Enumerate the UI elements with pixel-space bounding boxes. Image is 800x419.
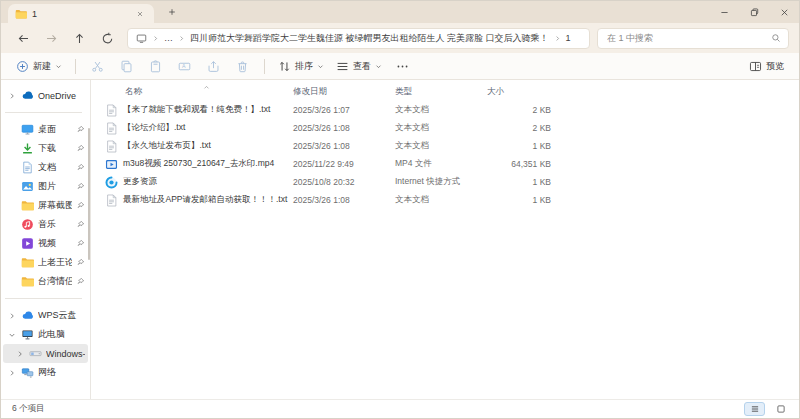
url-icon xyxy=(105,176,118,189)
file-type: Internet 快捷方式 xyxy=(395,176,487,188)
sidebar-item-label: 此电脑 xyxy=(38,328,85,341)
column-header-name[interactable]: 名称 xyxy=(105,86,293,98)
pin-icon xyxy=(76,125,85,134)
sidebar-item-desktop[interactable]: 桌面 xyxy=(3,120,88,139)
new-icon xyxy=(16,60,29,73)
file-row[interactable]: 【永久地址发布页】.txt2025/3/26 1:08文本文档1 KB xyxy=(91,137,799,155)
file-name[interactable]: m3u8视频 250730_210647_去水印.mp4 xyxy=(123,158,274,170)
file-row[interactable]: 【论坛介绍】.txt2025/3/26 1:08文本文档2 KB xyxy=(91,119,799,137)
file-name-cell[interactable]: 【论坛介绍】.txt xyxy=(105,122,293,135)
sidebar-item-videos[interactable]: 视频 xyxy=(3,234,88,253)
file-row[interactable]: 更多资源2025/10/8 20:32Internet 快捷方式1 KB xyxy=(91,173,799,191)
preview-button[interactable]: 预览 xyxy=(743,55,790,77)
file-type: 文本文档 xyxy=(395,194,487,206)
details-view-toggle[interactable] xyxy=(744,402,765,416)
file-name[interactable]: 【永久地址发布页】.txt xyxy=(123,140,211,152)
breadcrumb-current[interactable]: 1 xyxy=(566,33,571,43)
view-label: 查看 xyxy=(353,60,371,73)
file-name[interactable]: 【论坛介绍】.txt xyxy=(123,122,185,134)
sidebar-item-wps-cloud[interactable]: WPS云盘 xyxy=(3,306,88,325)
copy-icon xyxy=(120,60,133,73)
sidebar-item-documents[interactable]: 文档 xyxy=(3,158,88,177)
chevron-right-icon[interactable] xyxy=(7,92,17,100)
sort-label: 排序 xyxy=(295,60,313,73)
breadcrumb-folder[interactable]: 四川师范大学舞蹈学院大二学生魏佳源 被绿帽男友出租给陌生人 完美露脸 口交后入骑… xyxy=(190,32,549,45)
file-name-cell[interactable]: 【来了就能下载和观看！纯免费！】.txt xyxy=(105,104,293,117)
breadcrumb-ellipsis[interactable]: … xyxy=(164,33,173,43)
search-icon xyxy=(771,33,781,43)
folder-icon xyxy=(21,256,34,269)
copy-button[interactable] xyxy=(112,55,141,77)
sidebar-item-onedrive[interactable]: OneDrive xyxy=(3,86,88,105)
file-name-cell[interactable]: 更多资源 xyxy=(105,176,293,189)
file-name[interactable]: 更多资源 xyxy=(123,176,157,188)
pin-icon xyxy=(76,182,85,191)
search-input[interactable] xyxy=(605,32,766,44)
close-button[interactable] xyxy=(769,1,799,23)
sidebar-scrollbar[interactable] xyxy=(88,128,90,260)
sidebar-item-this-pc[interactable]: 此电脑 xyxy=(3,325,88,344)
sidebar-item-folder-laowang[interactable]: 上老王论坛当 xyxy=(3,253,88,272)
pin-icon xyxy=(76,277,85,286)
cut-button[interactable] xyxy=(83,55,112,77)
chevron-right-icon[interactable] xyxy=(7,312,17,320)
sidebar-item-screenshots[interactable]: 屏幕截图 xyxy=(3,196,88,215)
network-icon xyxy=(21,366,34,379)
chevron-right-icon[interactable] xyxy=(7,369,17,377)
share-button[interactable] xyxy=(199,55,228,77)
file-row[interactable]: 【来了就能下载和观看！纯免费！】.txt2025/3/26 1:07文本文档2 … xyxy=(91,101,799,119)
file-name-cell[interactable]: 最新地址及APP请发邮箱自动获取！！！.txt xyxy=(105,194,293,207)
new-button[interactable]: 新建 xyxy=(10,55,68,77)
tab-close-icon[interactable] xyxy=(133,7,147,21)
view-button[interactable]: 查看 xyxy=(330,55,388,77)
sidebar-item-label: 网络 xyxy=(38,366,85,379)
chevron-right-icon[interactable] xyxy=(15,350,25,358)
sidebar-item-label: 桌面 xyxy=(38,123,72,136)
delete-button[interactable] xyxy=(228,55,257,77)
file-name-cell[interactable]: 【永久地址发布页】.txt xyxy=(105,140,293,153)
sidebar-item-downloads[interactable]: 下载 xyxy=(3,139,88,158)
txt-icon xyxy=(105,194,118,207)
file-date: 2025/10/8 20:32 xyxy=(293,177,395,187)
file-name-cell[interactable]: m3u8视频 250730_210647_去水印.mp4 xyxy=(105,158,293,171)
large-icons-view-toggle[interactable] xyxy=(770,402,791,416)
share-icon xyxy=(207,60,220,73)
minimize-button[interactable] xyxy=(709,1,739,23)
sidebar-item-label: WPS云盘 xyxy=(38,309,85,322)
sidebar-item-windows-ssd[interactable]: Windows-SSD xyxy=(3,344,88,363)
column-header-date[interactable]: 修改日期 xyxy=(293,86,395,98)
folder-icon xyxy=(15,8,27,20)
pictures-icon xyxy=(21,180,34,193)
file-type: 文本文档 xyxy=(395,104,487,116)
file-row[interactable]: m3u8视频 250730_210647_去水印.mp42025/11/22 9… xyxy=(91,155,799,173)
restore-button[interactable] xyxy=(739,1,769,23)
chevron-down-icon[interactable] xyxy=(7,331,17,339)
rename-button[interactable]: A xyxy=(170,55,199,77)
sort-button[interactable]: 排序 xyxy=(272,55,330,77)
paste-button[interactable] xyxy=(141,55,170,77)
up-button[interactable] xyxy=(67,26,92,50)
address-bar[interactable]: … 四川师范大学舞蹈学院大二学生魏佳源 被绿帽男友出租给陌生人 完美露脸 口交后… xyxy=(127,28,590,49)
sort-ascending-icon xyxy=(203,84,210,91)
more-options-button[interactable] xyxy=(388,55,417,77)
column-header-type[interactable]: 类型 xyxy=(395,86,487,98)
txt-icon xyxy=(105,104,118,117)
sidebar-item-label: Windows-SSD xyxy=(46,349,85,359)
sidebar-item-network[interactable]: 网络 xyxy=(3,363,88,382)
documents-icon xyxy=(21,161,34,174)
back-button[interactable] xyxy=(11,26,36,50)
file-name[interactable]: 【来了就能下载和观看！纯免费！】.txt xyxy=(123,104,270,116)
sidebar-item-pictures[interactable]: 图片 xyxy=(3,177,88,196)
sidebar-item-music[interactable]: 音乐 xyxy=(3,215,88,234)
sidebar-item-folder-taiwan[interactable]: 台湾情侣大尺 xyxy=(3,272,88,291)
file-name[interactable]: 最新地址及APP请发邮箱自动获取！！！.txt xyxy=(123,194,287,206)
file-size: 1 KB xyxy=(487,141,551,151)
new-tab-button[interactable] xyxy=(164,4,180,20)
file-row[interactable]: 最新地址及APP请发邮箱自动获取！！！.txt2025/3/26 1:08文本文… xyxy=(91,191,799,209)
refresh-button[interactable] xyxy=(95,26,120,50)
file-date: 2025/3/26 1:08 xyxy=(293,141,395,151)
explorer-tab[interactable]: 1 xyxy=(8,4,154,23)
column-header-size[interactable]: 大小 xyxy=(487,86,551,98)
command-toolbar: 新建 A 排序 查看 预览 xyxy=(1,53,799,80)
forward-button[interactable] xyxy=(39,26,64,50)
